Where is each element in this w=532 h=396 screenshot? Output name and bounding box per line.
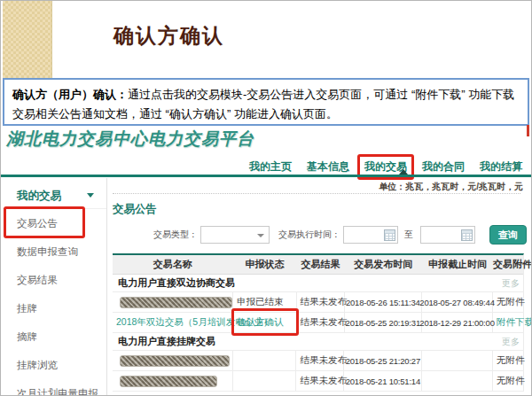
header-divider bbox=[1, 175, 532, 177]
main-panel: 交易公告 交易类型： 交易执行时间： 至 查询 交易名称 申报状态 交易结果 交… bbox=[107, 178, 531, 396]
trade-name-cell bbox=[113, 292, 233, 312]
group-row-bilateral: 电力用户直接双边协商交易 更多 bbox=[113, 275, 523, 292]
note-box: 确认方（用户）确认：通过点击我的交易模块-交易公告进入交易页面，可通过 “附件下… bbox=[3, 78, 529, 126]
to-label: 至 bbox=[404, 229, 413, 241]
publish-time-cell: 2018-05-25 20:19:31 bbox=[345, 313, 422, 332]
trade-result-cell: 结果未发布 bbox=[297, 313, 345, 332]
col-publish-time: 交易发布时间 bbox=[344, 258, 422, 271]
confirm-party-link[interactable]: 确认方确认 bbox=[233, 313, 297, 332]
slide-deco-strip bbox=[3, 1, 52, 78]
redacted-text bbox=[120, 376, 217, 387]
nav-active-caret-icon bbox=[399, 169, 408, 175]
group-name: 电力用户直接双边协商交易 bbox=[118, 276, 235, 290]
sidebar-item-label: 挂牌浏览 bbox=[17, 360, 58, 370]
deadline-cell bbox=[422, 371, 493, 391]
trade-name-cell bbox=[113, 371, 233, 391]
note-lead: 确认方（用户）确认： bbox=[12, 88, 128, 101]
attachment-cell: 无附件 bbox=[493, 292, 523, 312]
top-nav: 我的主页 基本信息 我的交易 我的合同 我的结算 bbox=[249, 159, 522, 175]
declare-status-cell bbox=[233, 371, 297, 391]
slide: 确认方确认 确认方（用户）确认：通过点击我的交易模块-交易公告进入交易页面，可通… bbox=[0, 0, 532, 396]
table-row: 申报已结束 结果未发布 2018-05-26 15:11:34 2018-05-… bbox=[113, 292, 523, 313]
edge-red-mark bbox=[527, 125, 529, 136]
more-link[interactable]: 更多 bbox=[502, 336, 520, 348]
col-deadline: 申报截止时间 bbox=[422, 258, 493, 271]
app-area: 我的交易 交易公告 数据申报查询 交易结果 挂牌 摘牌 挂牌浏览 次月计划电量申… bbox=[3, 178, 531, 396]
trade-result-cell: 结果未发布 bbox=[297, 292, 345, 312]
sidebar-item-delisting[interactable]: 摘牌 bbox=[3, 322, 106, 351]
search-button[interactable]: 查询 bbox=[489, 225, 527, 245]
publish-time-cell: 2018-05-25 21:20:27 bbox=[344, 351, 422, 370]
attachment-cell: 无附件 bbox=[493, 371, 523, 391]
sidebar: 我的交易 交易公告 数据申报查询 交易结果 挂牌 摘牌 挂牌浏览 次月计划电量申… bbox=[3, 178, 107, 396]
table-row: 2018年双边交易（5月培训发电企业） 确认方确认 结果未发布 2018-05-… bbox=[113, 313, 523, 333]
nav-basic-info[interactable]: 基本信息 bbox=[307, 159, 349, 175]
sidebar-item-label: 挂牌 bbox=[17, 303, 37, 314]
platform-title: 湖北电力交易中心电力交易平台 bbox=[6, 128, 254, 151]
table-row: 结果未发布 2018-05-21 10:51:14 无附件 bbox=[113, 371, 523, 392]
date-to-input[interactable] bbox=[420, 226, 475, 244]
calendar-icon[interactable] bbox=[384, 229, 395, 241]
sidebar-item-listing[interactable]: 挂牌 bbox=[3, 294, 106, 322]
group-row-listing: 电力用户直接挂牌交易 更多 bbox=[113, 333, 523, 351]
col-trade-result: 交易结果 bbox=[297, 258, 345, 271]
trade-name-cell bbox=[113, 351, 233, 370]
sidebar-item-data-declare-query[interactable]: 数据申报查询 bbox=[3, 237, 106, 266]
nav-my-home[interactable]: 我的主页 bbox=[249, 159, 292, 175]
table-header-row: 交易名称 申报状态 交易结果 交易发布时间 申报截止时间 交易附件 bbox=[113, 255, 523, 275]
sidebar-group-my-trade[interactable]: 我的交易 bbox=[3, 186, 106, 209]
deadline-cell bbox=[422, 351, 493, 370]
deadline-cell: 2018-05-27 08:49:44 bbox=[422, 292, 493, 312]
table-row: 结果未发布 2018-05-25 21:20:27 无附件 bbox=[113, 351, 523, 371]
sidebar-item-next-month-plan[interactable]: 次月计划电量申报 bbox=[3, 379, 106, 396]
chevron-down-icon bbox=[257, 234, 264, 237]
filter-bar: 交易类型： 交易执行时间： 至 查询 bbox=[113, 225, 531, 245]
page-title: 交易公告 bbox=[113, 202, 531, 217]
nav-my-settlement[interactable]: 我的结算 bbox=[480, 159, 522, 175]
group-name: 电力用户直接挂牌交易 bbox=[118, 335, 215, 348]
slide-title: 确认方确认 bbox=[113, 22, 224, 50]
sidebar-item-label: 交易结果 bbox=[17, 275, 58, 285]
trade-name-link[interactable]: 2018年双边交易（5月培训发电企业） bbox=[113, 313, 233, 332]
attachment-cell: 无附件 bbox=[493, 351, 523, 370]
date-from-input[interactable] bbox=[343, 226, 398, 244]
sidebar-group-label: 我的交易 bbox=[17, 190, 61, 202]
sidebar-item-label: 摘牌 bbox=[17, 331, 37, 342]
trade-type-select[interactable] bbox=[200, 226, 270, 244]
trade-result-cell: 结果未发布 bbox=[296, 351, 344, 370]
redacted-text bbox=[120, 355, 230, 367]
attachment-download-link[interactable]: 附件下载 bbox=[493, 313, 523, 332]
dotted-separator bbox=[113, 193, 520, 194]
col-trade-name: 交易名称 bbox=[113, 258, 233, 271]
sidebar-item-listing-browse[interactable]: 挂牌浏览 bbox=[3, 351, 106, 379]
col-attachment: 交易附件 bbox=[493, 258, 523, 271]
publish-time-cell: 2018-05-21 10:51:14 bbox=[344, 371, 422, 391]
notice-table: 交易名称 申报状态 交易结果 交易发布时间 申报截止时间 交易附件 电力用户直接… bbox=[113, 253, 524, 392]
trade-result-cell: 结果未发布 bbox=[296, 371, 344, 391]
confirm-party-label: 确认方确认 bbox=[237, 316, 284, 329]
sidebar-item-label: 次月计划电量申报 bbox=[17, 388, 98, 396]
sidebar-item-label: 交易公告 bbox=[17, 218, 58, 229]
sidebar-item-label: 数据申报查询 bbox=[17, 246, 78, 257]
deadline-cell: 2018-12-29 21:00:00 bbox=[422, 313, 493, 332]
trade-type-label: 交易类型： bbox=[153, 229, 198, 241]
calendar-icon[interactable] bbox=[461, 229, 473, 241]
publish-time-cell: 2018-05-26 15:11:34 bbox=[345, 292, 422, 312]
more-link[interactable]: 更多 bbox=[502, 277, 520, 290]
declare-status-cell bbox=[233, 351, 297, 370]
sidebar-item-trade-notice[interactable]: 交易公告 bbox=[3, 209, 106, 237]
declare-status-cell: 申报已结束 bbox=[233, 292, 297, 312]
redacted-text bbox=[120, 297, 232, 308]
chevron-down-icon bbox=[87, 193, 94, 198]
col-declare-status: 申报状态 bbox=[233, 258, 297, 271]
sidebar-item-trade-result[interactable]: 交易结果 bbox=[3, 266, 106, 294]
nav-my-contract[interactable]: 我的合同 bbox=[422, 159, 465, 175]
exec-time-label: 交易执行时间： bbox=[278, 229, 340, 241]
